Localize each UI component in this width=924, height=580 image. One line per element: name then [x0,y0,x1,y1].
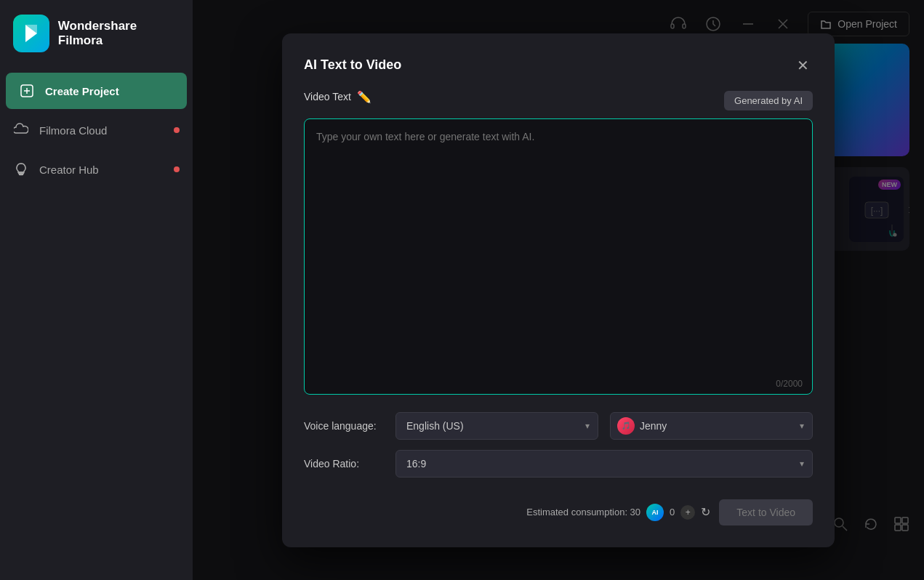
creator-hub-badge [174,166,180,172]
sidebar-item-filmora-cloud[interactable]: Filmora Cloud [0,112,193,148]
voice-language-select[interactable]: English (US) Spanish French German Chine… [395,412,598,440]
video-ratio-select[interactable]: 16:9 9:16 1:1 4:3 [395,450,813,478]
estimated-consumption: Estimated consumption: 30 AI 0 + ↻ [304,504,710,521]
modal-footer: Estimated consumption: 30 AI 0 + ↻ Text … [304,488,813,525]
modal-title: AI Text to Video [304,57,401,73]
modal-close-button[interactable]: ✕ [792,55,813,76]
char-count: 0/2000 [776,379,803,389]
estimated-text-label: Estimated consumption: 30 [526,507,640,517]
sidebar: Wondershare Filmora Create Project Filmo… [0,0,193,580]
lightbulb-icon [13,161,29,177]
logo-area: Wondershare Filmora [0,0,193,67]
sidebar-item-creator-hub[interactable]: Creator Hub [0,151,193,188]
logo-icon [13,15,49,52]
voice-avatar: 🎵 [617,417,635,435]
video-text-label: Video Text ✏️ [304,90,371,104]
nav-items: Create Project Filmora Cloud Creator Hub [0,67,193,193]
generated-by-ai-button[interactable]: Generated by AI [724,91,813,110]
voice-language-label: Voice language: [304,420,384,432]
voice-language-row: Voice language: English (US) Spanish Fre… [304,412,813,440]
voice-name-select[interactable]: Jenny Guy Aria [610,412,813,440]
logo-text: Wondershare Filmora [58,19,180,49]
video-ratio-row: Video Ratio: 16:9 9:16 1:1 4:3 ▾ [304,450,813,478]
plus-square-icon [19,83,35,99]
modal-header: AI Text to Video ✕ [304,55,813,76]
sidebar-item-label-create-project: Create Project [45,85,119,97]
cloud-icon [13,122,29,138]
app-name: Wondershare Filmora [58,19,180,49]
modal-overlay: AI Text to Video ✕ Video Text ✏️ Generat… [193,0,924,580]
video-ratio-label: Video Ratio: [304,458,384,470]
filmora-cloud-badge [174,127,180,133]
svg-rect-6 [20,174,23,175]
credit-count: 0 [670,507,675,517]
video-ratio-select-wrapper: 16:9 9:16 1:1 4:3 ▾ [395,450,813,478]
sidebar-item-label-filmora-cloud: Filmora Cloud [39,124,107,137]
sidebar-item-label-creator-hub: Creator Hub [39,164,99,176]
edit-icon: ✏️ [357,90,371,104]
modal: AI Text to Video ✕ Video Text ✏️ Generat… [282,33,835,547]
video-text-header: Video Text ✏️ Generated by AI [304,90,813,111]
voice-name-select-wrapper: 🎵 Jenny Guy Aria ▾ [610,412,813,440]
add-credits-button[interactable]: + [680,505,695,520]
text-to-video-button[interactable]: Text to Video [719,499,813,525]
text-area-wrapper: 0/2000 [304,118,813,398]
voice-language-select-wrapper: English (US) Spanish French German Chine… [395,412,598,440]
sidebar-item-create-project[interactable]: Create Project [6,73,187,109]
video-text-input[interactable] [304,118,813,395]
refresh-credits-icon[interactable]: ↻ [701,505,710,519]
ai-badge: AI [646,504,664,521]
